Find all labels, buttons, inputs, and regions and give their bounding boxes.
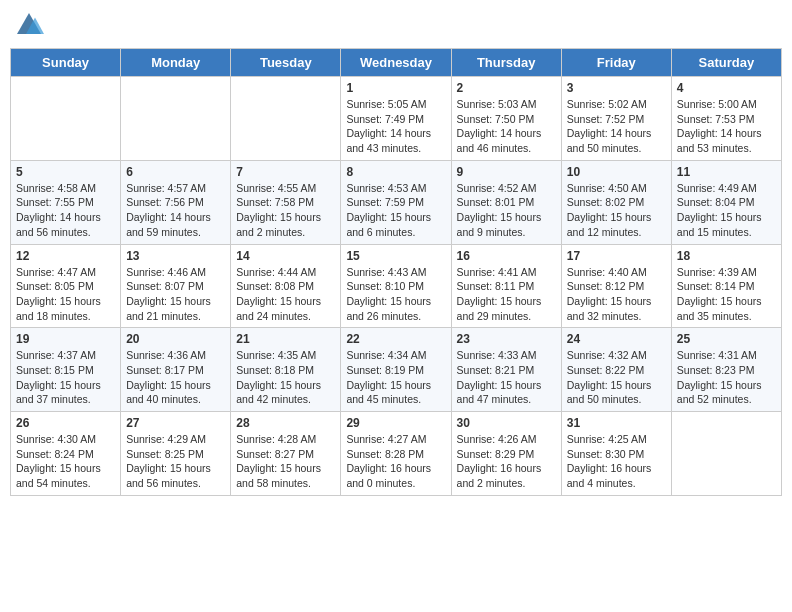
day-number: 9 <box>457 165 556 179</box>
day-number: 14 <box>236 249 335 263</box>
day-info: Sunrise: 4:43 AM Sunset: 8:10 PM Dayligh… <box>346 265 445 324</box>
day-info: Sunrise: 4:41 AM Sunset: 8:11 PM Dayligh… <box>457 265 556 324</box>
day-info: Sunrise: 4:44 AM Sunset: 8:08 PM Dayligh… <box>236 265 335 324</box>
day-number: 1 <box>346 81 445 95</box>
day-info: Sunrise: 4:31 AM Sunset: 8:23 PM Dayligh… <box>677 348 776 407</box>
day-info: Sunrise: 5:03 AM Sunset: 7:50 PM Dayligh… <box>457 97 556 156</box>
calendar-cell: 15Sunrise: 4:43 AM Sunset: 8:10 PM Dayli… <box>341 244 451 328</box>
calendar-table: SundayMondayTuesdayWednesdayThursdayFrid… <box>10 48 782 496</box>
day-info: Sunrise: 4:58 AM Sunset: 7:55 PM Dayligh… <box>16 181 115 240</box>
calendar-cell <box>121 77 231 161</box>
weekday-header-saturday: Saturday <box>671 49 781 77</box>
day-number: 31 <box>567 416 666 430</box>
day-number: 25 <box>677 332 776 346</box>
day-info: Sunrise: 4:28 AM Sunset: 8:27 PM Dayligh… <box>236 432 335 491</box>
day-info: Sunrise: 4:33 AM Sunset: 8:21 PM Dayligh… <box>457 348 556 407</box>
calendar-cell: 1Sunrise: 5:05 AM Sunset: 7:49 PM Daylig… <box>341 77 451 161</box>
calendar-cell: 29Sunrise: 4:27 AM Sunset: 8:28 PM Dayli… <box>341 412 451 496</box>
calendar-cell: 27Sunrise: 4:29 AM Sunset: 8:25 PM Dayli… <box>121 412 231 496</box>
calendar-cell: 17Sunrise: 4:40 AM Sunset: 8:12 PM Dayli… <box>561 244 671 328</box>
calendar-cell: 8Sunrise: 4:53 AM Sunset: 7:59 PM Daylig… <box>341 160 451 244</box>
logo-icon <box>14 10 44 40</box>
day-info: Sunrise: 4:34 AM Sunset: 8:19 PM Dayligh… <box>346 348 445 407</box>
calendar-cell: 16Sunrise: 4:41 AM Sunset: 8:11 PM Dayli… <box>451 244 561 328</box>
calendar-cell: 31Sunrise: 4:25 AM Sunset: 8:30 PM Dayli… <box>561 412 671 496</box>
page-header <box>10 10 782 40</box>
weekday-header-wednesday: Wednesday <box>341 49 451 77</box>
calendar-cell: 12Sunrise: 4:47 AM Sunset: 8:05 PM Dayli… <box>11 244 121 328</box>
calendar-cell: 18Sunrise: 4:39 AM Sunset: 8:14 PM Dayli… <box>671 244 781 328</box>
calendar-cell: 20Sunrise: 4:36 AM Sunset: 8:17 PM Dayli… <box>121 328 231 412</box>
day-info: Sunrise: 4:25 AM Sunset: 8:30 PM Dayligh… <box>567 432 666 491</box>
day-number: 12 <box>16 249 115 263</box>
calendar-cell: 10Sunrise: 4:50 AM Sunset: 8:02 PM Dayli… <box>561 160 671 244</box>
day-number: 29 <box>346 416 445 430</box>
calendar-week-row: 26Sunrise: 4:30 AM Sunset: 8:24 PM Dayli… <box>11 412 782 496</box>
weekday-header-tuesday: Tuesday <box>231 49 341 77</box>
day-number: 18 <box>677 249 776 263</box>
day-number: 16 <box>457 249 556 263</box>
day-number: 7 <box>236 165 335 179</box>
day-number: 6 <box>126 165 225 179</box>
weekday-header-row: SundayMondayTuesdayWednesdayThursdayFrid… <box>11 49 782 77</box>
day-number: 15 <box>346 249 445 263</box>
day-info: Sunrise: 4:27 AM Sunset: 8:28 PM Dayligh… <box>346 432 445 491</box>
calendar-week-row: 12Sunrise: 4:47 AM Sunset: 8:05 PM Dayli… <box>11 244 782 328</box>
calendar-cell: 26Sunrise: 4:30 AM Sunset: 8:24 PM Dayli… <box>11 412 121 496</box>
day-number: 28 <box>236 416 335 430</box>
day-info: Sunrise: 4:46 AM Sunset: 8:07 PM Dayligh… <box>126 265 225 324</box>
day-info: Sunrise: 4:30 AM Sunset: 8:24 PM Dayligh… <box>16 432 115 491</box>
calendar-cell: 23Sunrise: 4:33 AM Sunset: 8:21 PM Dayli… <box>451 328 561 412</box>
calendar-cell: 9Sunrise: 4:52 AM Sunset: 8:01 PM Daylig… <box>451 160 561 244</box>
calendar-cell: 11Sunrise: 4:49 AM Sunset: 8:04 PM Dayli… <box>671 160 781 244</box>
day-info: Sunrise: 4:39 AM Sunset: 8:14 PM Dayligh… <box>677 265 776 324</box>
day-number: 20 <box>126 332 225 346</box>
day-info: Sunrise: 5:05 AM Sunset: 7:49 PM Dayligh… <box>346 97 445 156</box>
calendar-cell: 6Sunrise: 4:57 AM Sunset: 7:56 PM Daylig… <box>121 160 231 244</box>
calendar-week-row: 19Sunrise: 4:37 AM Sunset: 8:15 PM Dayli… <box>11 328 782 412</box>
day-number: 11 <box>677 165 776 179</box>
weekday-header-monday: Monday <box>121 49 231 77</box>
calendar-week-row: 1Sunrise: 5:05 AM Sunset: 7:49 PM Daylig… <box>11 77 782 161</box>
day-number: 30 <box>457 416 556 430</box>
calendar-cell: 2Sunrise: 5:03 AM Sunset: 7:50 PM Daylig… <box>451 77 561 161</box>
calendar-cell <box>231 77 341 161</box>
calendar-cell: 28Sunrise: 4:28 AM Sunset: 8:27 PM Dayli… <box>231 412 341 496</box>
day-number: 8 <box>346 165 445 179</box>
day-number: 22 <box>346 332 445 346</box>
day-info: Sunrise: 4:26 AM Sunset: 8:29 PM Dayligh… <box>457 432 556 491</box>
day-number: 10 <box>567 165 666 179</box>
day-info: Sunrise: 4:49 AM Sunset: 8:04 PM Dayligh… <box>677 181 776 240</box>
weekday-header-sunday: Sunday <box>11 49 121 77</box>
weekday-header-thursday: Thursday <box>451 49 561 77</box>
day-info: Sunrise: 4:50 AM Sunset: 8:02 PM Dayligh… <box>567 181 666 240</box>
calendar-cell: 25Sunrise: 4:31 AM Sunset: 8:23 PM Dayli… <box>671 328 781 412</box>
day-number: 19 <box>16 332 115 346</box>
day-info: Sunrise: 4:52 AM Sunset: 8:01 PM Dayligh… <box>457 181 556 240</box>
calendar-cell: 30Sunrise: 4:26 AM Sunset: 8:29 PM Dayli… <box>451 412 561 496</box>
day-number: 13 <box>126 249 225 263</box>
day-number: 2 <box>457 81 556 95</box>
calendar-cell <box>11 77 121 161</box>
day-info: Sunrise: 4:36 AM Sunset: 8:17 PM Dayligh… <box>126 348 225 407</box>
day-number: 21 <box>236 332 335 346</box>
day-number: 3 <box>567 81 666 95</box>
calendar-cell: 7Sunrise: 4:55 AM Sunset: 7:58 PM Daylig… <box>231 160 341 244</box>
day-info: Sunrise: 4:53 AM Sunset: 7:59 PM Dayligh… <box>346 181 445 240</box>
calendar-cell <box>671 412 781 496</box>
day-info: Sunrise: 4:57 AM Sunset: 7:56 PM Dayligh… <box>126 181 225 240</box>
weekday-header-friday: Friday <box>561 49 671 77</box>
day-info: Sunrise: 4:55 AM Sunset: 7:58 PM Dayligh… <box>236 181 335 240</box>
calendar-cell: 3Sunrise: 5:02 AM Sunset: 7:52 PM Daylig… <box>561 77 671 161</box>
day-info: Sunrise: 4:47 AM Sunset: 8:05 PM Dayligh… <box>16 265 115 324</box>
day-info: Sunrise: 5:00 AM Sunset: 7:53 PM Dayligh… <box>677 97 776 156</box>
day-info: Sunrise: 5:02 AM Sunset: 7:52 PM Dayligh… <box>567 97 666 156</box>
calendar-cell: 13Sunrise: 4:46 AM Sunset: 8:07 PM Dayli… <box>121 244 231 328</box>
day-number: 27 <box>126 416 225 430</box>
day-number: 26 <box>16 416 115 430</box>
logo <box>14 10 48 40</box>
calendar-cell: 19Sunrise: 4:37 AM Sunset: 8:15 PM Dayli… <box>11 328 121 412</box>
calendar-cell: 21Sunrise: 4:35 AM Sunset: 8:18 PM Dayli… <box>231 328 341 412</box>
calendar-cell: 24Sunrise: 4:32 AM Sunset: 8:22 PM Dayli… <box>561 328 671 412</box>
calendar-cell: 5Sunrise: 4:58 AM Sunset: 7:55 PM Daylig… <box>11 160 121 244</box>
